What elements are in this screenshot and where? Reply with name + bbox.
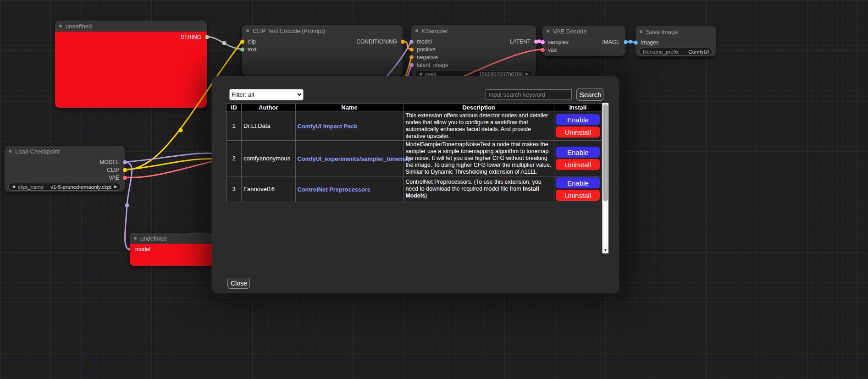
cell-author: Fannovel16	[242, 176, 295, 202]
description-text: ModelSamplerTonemapNoiseTest a node that…	[405, 141, 551, 175]
latent-slot-dot[interactable]	[534, 39, 538, 44]
table-scrollbar[interactable]: ▼	[602, 103, 608, 253]
node-title: Save Image	[646, 28, 678, 35]
search-button[interactable]: Search	[576, 88, 603, 101]
widget-increment-icon[interactable]: ▶	[525, 72, 529, 76]
negative-slot-dot[interactable]	[409, 55, 414, 59]
node-collapse-dot-icon[interactable]	[246, 29, 249, 32]
model-slot-dot[interactable]	[123, 160, 127, 164]
slot-label: LATENT	[510, 38, 531, 45]
input-slot-images: images	[636, 38, 716, 46]
enable-button[interactable]: Enable	[556, 114, 600, 125]
extension-name-link[interactable]: ComfyUI Impact Pack	[298, 123, 358, 130]
enable-button[interactable]: Enable	[556, 147, 600, 158]
table-row: 3 Fannovel16 ControlNet Preprocessors Co…	[227, 176, 602, 202]
output-slot-conditioning: CONDITIONING	[326, 38, 403, 45]
extensions-table: ID Author Name Description Install 1 Dr.…	[226, 103, 602, 202]
canvas-axis-horizontal	[0, 361, 868, 361]
widget-increment-icon[interactable]: ▶	[114, 185, 117, 189]
clip-slot-dot[interactable]	[123, 168, 127, 172]
clip-slot-dot[interactable]	[240, 39, 244, 44]
node-ksampler[interactable]: KSampler model positive negative la	[411, 25, 536, 76]
node-title: VAE Decode	[553, 28, 586, 35]
table-header-row: ID Author Name Description Install	[227, 104, 602, 111]
vae-slot-dot[interactable]	[123, 176, 127, 180]
node-collapse-dot-icon[interactable]	[59, 25, 62, 27]
node-save-image[interactable]: Save Image images filename_prefix ComfyU…	[636, 26, 716, 56]
table-row: 2 comfyanonymous ComfyUI_experiments/sam…	[227, 141, 602, 176]
conditioning-slot-dot[interactable]	[401, 39, 405, 44]
cell-description: This extension offers various detector n…	[404, 111, 554, 141]
table-row: 1 Dr.Lt.Data ComfyUI Impact Pack This ex…	[227, 111, 602, 141]
cell-description: ControlNet Preprocessors. (To use this e…	[404, 176, 554, 202]
node-undefined-bottom[interactable]: undefined model	[130, 233, 215, 266]
model-slot-dot[interactable]	[409, 39, 414, 44]
node-titlebar[interactable]: CLIP Text Encode (Prompt)	[242, 25, 403, 36]
input-slot-clip: clip	[242, 38, 326, 45]
node-titlebar[interactable]: undefined	[55, 21, 207, 32]
slot-label: MODEL	[100, 159, 119, 165]
node-clip-text-encode[interactable]: CLIP Text Encode (Prompt) clip text COND…	[242, 25, 403, 76]
text-slot-dot[interactable]	[240, 47, 244, 51]
uninstall-button[interactable]: Uninstall	[556, 190, 600, 201]
node-vae-decode[interactable]: VAE Decode samples vae IMAGE	[542, 26, 625, 56]
slot-label: samples	[548, 39, 569, 45]
model-slot-dot[interactable]	[128, 247, 132, 251]
image-slot-dot[interactable]	[624, 40, 628, 44]
node-collapse-dot-icon[interactable]	[547, 30, 549, 33]
node-collapse-dot-icon[interactable]	[640, 30, 642, 33]
enable-button[interactable]: Enable	[556, 177, 600, 188]
node-collapse-dot-icon[interactable]	[9, 150, 11, 153]
latent-image-slot-dot[interactable]	[409, 63, 414, 67]
node-collapse-dot-icon[interactable]	[415, 29, 418, 32]
input-slot-model: model	[130, 245, 215, 253]
header-author: Author	[242, 104, 295, 111]
extensions-table-area: ID Author Name Description Install 1 Dr.…	[226, 103, 608, 253]
custom-nodes-manager-dialog: Filter: all Search ID Author Name Descri…	[212, 76, 619, 293]
filename-prefix-widget[interactable]: filename_prefix ComfyUI	[639, 48, 713, 55]
slot-label: CONDITIONING	[356, 38, 397, 45]
cell-install: Enable Uninstall	[554, 176, 602, 202]
input-slot-vae: vae	[542, 46, 586, 54]
node-title: undefined	[66, 23, 92, 30]
widget-decrement-icon[interactable]: ◀	[12, 185, 15, 189]
search-input[interactable]	[486, 89, 572, 99]
cell-id: 1	[227, 111, 242, 141]
scrollbar-thumb[interactable]	[603, 104, 608, 201]
cell-author: comfyanonymous	[242, 141, 295, 176]
node-primitive-undefined[interactable]: undefined STRING	[55, 21, 207, 108]
node-titlebar[interactable]: VAE Decode	[542, 26, 625, 37]
slot-label: CLIP	[107, 167, 119, 173]
node-title: undefined	[140, 235, 166, 242]
slot-label: VAE	[109, 175, 119, 181]
uninstall-button[interactable]: Uninstall	[556, 159, 600, 170]
input-slot-samples: samples	[542, 38, 586, 46]
uninstall-button[interactable]: Uninstall	[556, 126, 600, 137]
samples-slot-dot[interactable]	[541, 40, 545, 44]
extension-name-link[interactable]: ControlNet Preprocessors	[298, 186, 370, 193]
node-titlebar[interactable]: Save Image	[636, 26, 716, 37]
vae-slot-dot[interactable]	[541, 48, 545, 52]
node-titlebar[interactable]: KSampler	[411, 25, 536, 36]
slot-label: STRING	[181, 34, 201, 40]
node-titlebar[interactable]: Load Checkpoint	[5, 146, 125, 157]
node-body-error: model	[130, 244, 215, 266]
node-load-checkpoint[interactable]: Load Checkpoint MODEL CLIP VAE ◀ ckpt_na…	[5, 146, 125, 192]
string-slot-dot[interactable]	[205, 35, 209, 39]
cell-install: Enable Uninstall	[554, 141, 602, 176]
node-titlebar[interactable]: undefined	[130, 233, 215, 244]
ckpt-name-widget[interactable]: ◀ ckpt_name v1-5-pruned-emaonly.ckpt ▶	[8, 183, 121, 191]
filter-select[interactable]: Filter: all	[229, 89, 304, 100]
extension-name-link[interactable]: ComfyUI_experiments/sampler_tonemap	[298, 155, 411, 162]
scroll-down-icon[interactable]: ▼	[603, 247, 608, 253]
positive-slot-dot[interactable]	[409, 47, 414, 51]
widget-decrement-icon[interactable]: ◀	[419, 72, 422, 76]
close-button[interactable]: Close	[227, 278, 250, 289]
output-slot-latent: LATENT	[476, 38, 536, 45]
images-slot-dot[interactable]	[634, 40, 638, 44]
header-install: Install	[554, 104, 602, 111]
slot-label: latent_image	[417, 62, 448, 68]
wire-reroute-dot	[125, 203, 129, 208]
slot-label: negative	[417, 54, 437, 60]
node-collapse-dot-icon[interactable]	[134, 237, 137, 240]
